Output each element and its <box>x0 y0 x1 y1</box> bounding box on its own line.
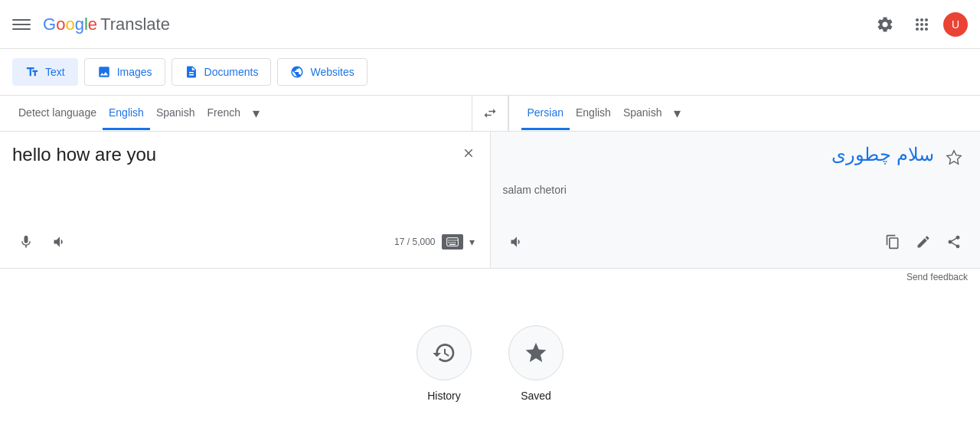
clear-input-button[interactable] <box>456 141 481 165</box>
target-lang-more[interactable]: ▾ <box>668 96 687 131</box>
send-feedback[interactable]: Send feedback <box>0 269 980 289</box>
history-label: History <box>427 390 461 402</box>
source-lang-more[interactable]: ▾ <box>247 96 266 131</box>
svg-rect-10 <box>450 242 451 243</box>
svg-rect-7 <box>454 240 455 240</box>
svg-rect-6 <box>452 240 453 240</box>
lang-detect[interactable]: Detect language <box>12 97 103 130</box>
header: Google Translate U <box>0 0 980 49</box>
tab-websites-label: Websites <box>310 66 354 78</box>
saved-item[interactable]: Saved <box>508 325 564 402</box>
bottom-section: History Saved <box>0 289 980 426</box>
target-speaker-button[interactable] <box>503 228 531 256</box>
romanized-text: salam chetori <box>503 184 969 196</box>
speaker-button[interactable] <box>46 228 74 256</box>
microphone-button[interactable] <box>12 228 40 256</box>
tab-text[interactable]: Text <box>12 58 78 86</box>
save-translation-button[interactable] <box>940 144 968 171</box>
saved-label: Saved <box>521 390 551 402</box>
svg-rect-0 <box>12 19 31 21</box>
svg-rect-8 <box>456 240 457 240</box>
svg-rect-2 <box>12 28 31 30</box>
input-options-btn[interactable]: ▾ <box>466 233 478 251</box>
svg-rect-12 <box>454 242 455 243</box>
mode-tabs: Text Images Documents Websites <box>0 49 980 95</box>
logo-google-text: Google <box>43 15 97 34</box>
lang-english-source[interactable]: English <box>103 97 150 130</box>
svg-rect-5 <box>450 240 451 240</box>
svg-rect-11 <box>452 242 453 243</box>
lang-english-target[interactable]: English <box>570 97 617 130</box>
translated-text: سلام چطوری <box>503 144 935 165</box>
apps-icon[interactable] <box>906 9 937 40</box>
swap-languages-button[interactable] <box>472 96 508 131</box>
tab-documents-label: Documents <box>204 66 259 78</box>
translation-header: سلام چطوری <box>503 144 969 171</box>
svg-rect-1 <box>12 24 31 25</box>
source-footer: 17 / 5,000 ▾ <box>12 228 478 256</box>
header-left: Google Translate <box>12 15 870 34</box>
settings-icon[interactable] <box>870 9 900 40</box>
logo: Google Translate <box>43 15 170 34</box>
tab-documents[interactable]: Documents <box>172 58 272 86</box>
char-count: 17 / 5,000 ▾ <box>394 233 477 251</box>
target-lang-bar: Persian English Spanish ▾ <box>508 96 981 131</box>
target-panel: سلام چطوری salam chetori <box>490 132 981 268</box>
saved-icon <box>508 325 564 380</box>
language-selector: Detect language English Spanish French ▾… <box>0 95 980 131</box>
char-count-text: 17 / 5,000 <box>394 237 435 247</box>
source-input[interactable]: hello how are you <box>12 144 478 222</box>
tab-images-label: Images <box>117 66 152 78</box>
history-icon <box>416 325 472 380</box>
share-button[interactable] <box>940 228 968 256</box>
lang-spanish-source[interactable]: Spanish <box>150 97 201 130</box>
svg-rect-9 <box>448 242 449 243</box>
logo-translate-text: Translate <box>100 15 170 34</box>
source-panel: hello how are you 17 / 5,000 ▾ <box>0 132 490 268</box>
lang-persian-target[interactable]: Persian <box>521 97 570 130</box>
menu-icon[interactable] <box>12 15 31 34</box>
contribute-button[interactable] <box>910 228 937 256</box>
tab-images[interactable]: Images <box>84 58 165 86</box>
avatar[interactable]: U <box>943 12 968 37</box>
target-footer-right <box>879 228 968 256</box>
source-footer-left <box>12 228 74 256</box>
source-lang-bar: Detect language English Spanish French ▾ <box>0 96 472 131</box>
target-footer <box>503 222 969 256</box>
lang-spanish-target[interactable]: Spanish <box>617 97 668 130</box>
svg-rect-4 <box>448 240 449 240</box>
history-item[interactable]: History <box>416 325 472 402</box>
tab-text-label: Text <box>45 66 65 78</box>
lang-french-source[interactable]: French <box>201 97 247 130</box>
header-right: U <box>870 9 968 40</box>
copy-button[interactable] <box>879 228 906 256</box>
tab-websites[interactable]: Websites <box>277 58 367 86</box>
keyboard-icon[interactable] <box>442 234 463 250</box>
svg-rect-13 <box>449 244 456 245</box>
translation-area: hello how are you 17 / 5,000 ▾ <box>0 131 980 269</box>
target-footer-left <box>503 228 531 256</box>
